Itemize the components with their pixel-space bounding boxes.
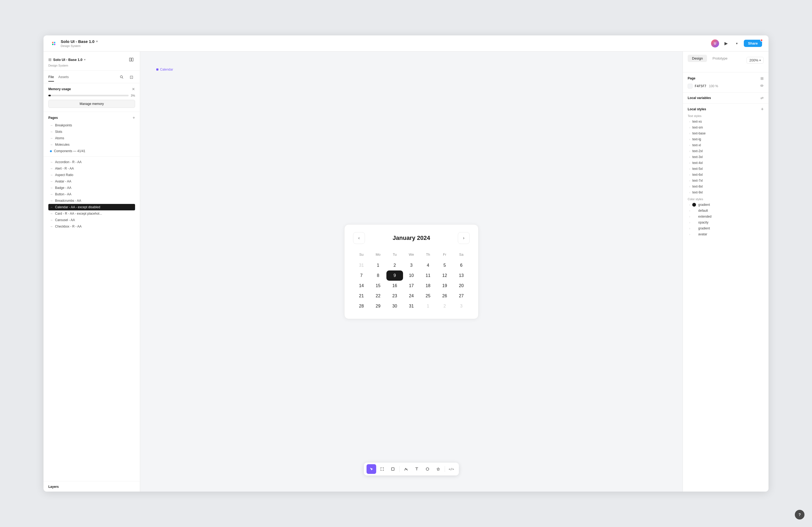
page-item-3[interactable]: →Molecules bbox=[48, 141, 135, 148]
component-item-0[interactable]: →Accordion - R - AA bbox=[48, 159, 135, 165]
add-style-button[interactable]: + bbox=[761, 107, 764, 111]
component-item-9[interactable]: →Carousel - AA bbox=[48, 217, 135, 223]
figma-icon[interactable] bbox=[50, 40, 57, 47]
cal-day-5[interactable]: 5 bbox=[436, 260, 453, 270]
visibility-toggle-button[interactable] bbox=[760, 84, 764, 89]
cal-day-31[interactable]: 31 bbox=[403, 301, 420, 311]
cal-day-3-next[interactable]: 3 bbox=[453, 301, 470, 311]
page-item-1[interactable]: →Slots bbox=[48, 129, 135, 135]
color-style-item-extended-2[interactable]: ›extended bbox=[688, 214, 764, 220]
prev-month-button[interactable]: ‹ bbox=[353, 232, 365, 244]
cal-day-12[interactable]: 12 bbox=[436, 270, 453, 281]
text-style-item-text-5xl[interactable]: ›text-5xl bbox=[688, 166, 764, 172]
cal-day-17[interactable]: 17 bbox=[403, 281, 420, 291]
cal-day-23[interactable]: 23 bbox=[387, 291, 403, 301]
tab-design[interactable]: Design bbox=[688, 55, 707, 62]
component-item-3[interactable]: →Avatar - AA bbox=[48, 178, 135, 185]
cal-day-2-next[interactable]: 2 bbox=[436, 301, 453, 311]
component-item-4[interactable]: →Badge - AA bbox=[48, 185, 135, 191]
text-style-item-text-8xl[interactable]: ›text-8xl bbox=[688, 183, 764, 190]
component-item-2[interactable]: →Aspect Ratio bbox=[48, 172, 135, 178]
layout-toggle-button[interactable] bbox=[128, 56, 135, 63]
add-page-button[interactable]: + bbox=[133, 116, 135, 120]
component-item-1[interactable]: →Alert - R - AA bbox=[48, 165, 135, 172]
component-item-8[interactable]: →Card - R - AA - except placehol... bbox=[48, 210, 135, 217]
text-style-item-text-6xl[interactable]: ›text-6xl bbox=[688, 172, 764, 178]
text-style-item-text-3xl[interactable]: ›text-3xl bbox=[688, 154, 764, 160]
cal-day-1-next[interactable]: 1 bbox=[420, 301, 436, 311]
rect-tool-button[interactable] bbox=[388, 464, 398, 474]
component-item-5[interactable]: →Button - AA bbox=[48, 191, 135, 197]
cal-day-22[interactable]: 22 bbox=[370, 291, 387, 301]
tab-prototype[interactable]: Prototype bbox=[708, 55, 732, 62]
cal-day-25[interactable]: 25 bbox=[420, 291, 436, 301]
page-item-4[interactable]: Components — 41/41 bbox=[48, 148, 135, 154]
page-item-2[interactable]: →Atoms bbox=[48, 135, 135, 141]
tab-file[interactable]: File bbox=[48, 75, 54, 81]
color-style-item-opacity-3[interactable]: ›opacity bbox=[688, 220, 764, 225]
cal-day-28[interactable]: 28 bbox=[353, 301, 370, 311]
manage-memory-button[interactable]: Manage memory bbox=[48, 100, 135, 108]
component-item-6[interactable]: →Breadcrumbs - AA bbox=[48, 197, 135, 204]
text-style-item-text-sm[interactable]: ›text-sm bbox=[688, 124, 764, 131]
local-variables-icon[interactable]: ⇄ bbox=[760, 96, 764, 100]
cal-day-16[interactable]: 16 bbox=[387, 281, 403, 291]
zoom-selector[interactable]: 200% ▾ bbox=[746, 57, 764, 64]
cal-day-7[interactable]: 7 bbox=[353, 270, 370, 281]
cal-day-8[interactable]: 8 bbox=[370, 270, 387, 281]
project-name[interactable]: Solo UI - Base 1.0 ▾ bbox=[61, 39, 98, 44]
text-style-item-text-xs[interactable]: ›text-xs bbox=[688, 119, 764, 124]
cal-day-1[interactable]: 1 bbox=[370, 260, 387, 270]
cal-day-4[interactable]: 4 bbox=[420, 260, 436, 270]
text-style-item-text-base[interactable]: ›text-base bbox=[688, 131, 764, 136]
page-color-swatch[interactable] bbox=[688, 84, 693, 89]
text-style-item-text-7xl[interactable]: ›text-7xl bbox=[688, 178, 764, 183]
play-button[interactable]: ▶ bbox=[722, 40, 730, 47]
share-button[interactable]: Share bbox=[744, 40, 762, 47]
frame-tool-button[interactable] bbox=[377, 464, 387, 474]
next-month-button[interactable]: › bbox=[458, 232, 470, 244]
memory-close-button[interactable]: ✕ bbox=[132, 87, 135, 91]
cal-day-30[interactable]: 30 bbox=[387, 301, 403, 311]
tab-assets[interactable]: Assets bbox=[58, 75, 69, 81]
text-style-item-text-lg[interactable]: ›text-lg bbox=[688, 136, 764, 142]
cal-day-27[interactable]: 27 bbox=[453, 291, 470, 301]
select-tool-button[interactable] bbox=[366, 464, 376, 474]
cal-day-18[interactable]: 18 bbox=[420, 281, 436, 291]
cal-day-15[interactable]: 15 bbox=[370, 281, 387, 291]
ellipse-tool-button[interactable] bbox=[423, 464, 432, 474]
cal-day-24[interactable]: 24 bbox=[403, 291, 420, 301]
cal-day-29[interactable]: 29 bbox=[370, 301, 387, 311]
color-style-item-avatar-5[interactable]: ›avatar bbox=[688, 231, 764, 237]
cal-day-11[interactable]: 11 bbox=[420, 270, 436, 281]
cal-day-31-prev[interactable]: 31 bbox=[353, 260, 370, 270]
text-style-item-text-2xl[interactable]: ›text-2xl bbox=[688, 148, 764, 154]
share-dropdown-button[interactable]: ▾ bbox=[733, 40, 741, 47]
cal-day-26[interactable]: 26 bbox=[436, 291, 453, 301]
code-tool-button[interactable]: </> bbox=[447, 464, 456, 474]
page-item-0[interactable]: →Breakpoints bbox=[48, 122, 135, 129]
add-page-button[interactable]: ⊡ bbox=[128, 73, 135, 81]
cal-day-9-selected[interactable]: 9 bbox=[387, 270, 403, 281]
avatar[interactable]: U bbox=[711, 40, 719, 47]
text-style-item-text-4xl[interactable]: ›text-4xl bbox=[688, 160, 764, 166]
vector-tool-button[interactable] bbox=[401, 464, 411, 474]
cal-day-13[interactable]: 13 bbox=[453, 270, 470, 281]
effects-tool-button[interactable] bbox=[433, 464, 443, 474]
page-settings-icon[interactable]: ⊞ bbox=[760, 76, 764, 80]
text-tool-button[interactable] bbox=[412, 464, 422, 474]
cal-day-14[interactable]: 14 bbox=[353, 281, 370, 291]
cal-day-6[interactable]: 6 bbox=[453, 260, 470, 270]
text-style-item-text-xl[interactable]: ›text-xl bbox=[688, 142, 764, 148]
text-style-item-text-9xl[interactable]: ›text-9xl bbox=[688, 190, 764, 195]
cal-day-2[interactable]: 2 bbox=[387, 260, 403, 270]
search-button[interactable] bbox=[118, 73, 126, 81]
cal-day-21[interactable]: 21 bbox=[353, 291, 370, 301]
component-item-10[interactable]: →Checkbox - R - AA bbox=[48, 223, 135, 230]
page-color-value[interactable]: F4F5F7 bbox=[695, 84, 706, 88]
color-style-item-gradient-4[interactable]: ›gradient bbox=[688, 225, 764, 231]
color-style-item-default-1[interactable]: ›default bbox=[688, 208, 764, 214]
cal-day-10[interactable]: 10 bbox=[403, 270, 420, 281]
cal-day-19[interactable]: 19 bbox=[436, 281, 453, 291]
color-style-item-gradient-0[interactable]: ›gradient bbox=[688, 202, 764, 208]
